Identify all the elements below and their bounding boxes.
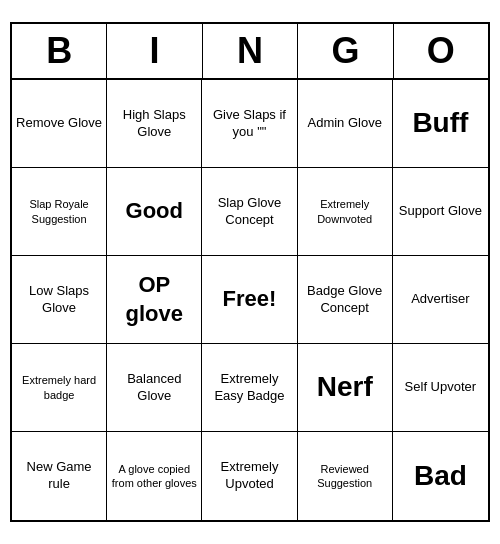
- header-letter: I: [107, 24, 202, 78]
- bingo-cell: Balanced Glove: [107, 344, 202, 432]
- header-letter: O: [394, 24, 488, 78]
- bingo-header: BINGO: [12, 24, 488, 80]
- bingo-cell: Extremely Downvoted: [298, 168, 393, 256]
- bingo-cell: Extremely hard badge: [12, 344, 107, 432]
- cell-text: Extremely hard badge: [16, 373, 102, 402]
- cell-text: Slap Glove Concept: [206, 195, 292, 229]
- cell-text: Advertiser: [411, 291, 470, 308]
- cell-text: Extremely Upvoted: [206, 459, 292, 493]
- cell-text: Good: [126, 197, 183, 226]
- cell-text: Free!: [223, 285, 277, 314]
- cell-text: Bad: [414, 458, 467, 494]
- bingo-cell: Admin Glove: [298, 80, 393, 168]
- cell-text: Remove Glove: [16, 115, 102, 132]
- cell-text: Give Slaps if you "": [206, 107, 292, 141]
- cell-text: Support Glove: [399, 203, 482, 220]
- cell-text: Self Upvoter: [405, 379, 477, 396]
- cell-text: A glove copied from other gloves: [111, 462, 197, 491]
- bingo-cell: Badge Glove Concept: [298, 256, 393, 344]
- bingo-cell: Low Slaps Glove: [12, 256, 107, 344]
- bingo-cell: Good: [107, 168, 202, 256]
- cell-text: New Game rule: [16, 459, 102, 493]
- cell-text: Low Slaps Glove: [16, 283, 102, 317]
- bingo-cell: Nerf: [298, 344, 393, 432]
- bingo-cell: Advertiser: [393, 256, 488, 344]
- bingo-cell: Free!: [202, 256, 297, 344]
- bingo-card: BINGO Remove GloveHigh Slaps GloveGive S…: [10, 22, 490, 522]
- cell-text: Buff: [412, 105, 468, 141]
- cell-text: Admin Glove: [307, 115, 381, 132]
- header-letter: B: [12, 24, 107, 78]
- header-letter: G: [298, 24, 393, 78]
- bingo-cell: Reviewed Suggestion: [298, 432, 393, 520]
- bingo-cell: Give Slaps if you "": [202, 80, 297, 168]
- bingo-cell: Extremely Upvoted: [202, 432, 297, 520]
- cell-text: High Slaps Glove: [111, 107, 197, 141]
- cell-text: Extremely Easy Badge: [206, 371, 292, 405]
- bingo-cell: Slap Glove Concept: [202, 168, 297, 256]
- bingo-grid: Remove GloveHigh Slaps GloveGive Slaps i…: [12, 80, 488, 520]
- cell-text: OP glove: [111, 271, 197, 328]
- cell-text: Reviewed Suggestion: [302, 462, 388, 491]
- bingo-cell: High Slaps Glove: [107, 80, 202, 168]
- header-letter: N: [203, 24, 298, 78]
- bingo-cell: Support Glove: [393, 168, 488, 256]
- bingo-cell: A glove copied from other gloves: [107, 432, 202, 520]
- cell-text: Badge Glove Concept: [302, 283, 388, 317]
- cell-text: Balanced Glove: [111, 371, 197, 405]
- cell-text: Nerf: [317, 369, 373, 405]
- bingo-cell: Remove Glove: [12, 80, 107, 168]
- cell-text: Slap Royale Suggestion: [16, 197, 102, 226]
- bingo-cell: Extremely Easy Badge: [202, 344, 297, 432]
- bingo-cell: Bad: [393, 432, 488, 520]
- bingo-cell: Self Upvoter: [393, 344, 488, 432]
- bingo-cell: OP glove: [107, 256, 202, 344]
- cell-text: Extremely Downvoted: [302, 197, 388, 226]
- bingo-cell: Buff: [393, 80, 488, 168]
- bingo-cell: New Game rule: [12, 432, 107, 520]
- bingo-cell: Slap Royale Suggestion: [12, 168, 107, 256]
